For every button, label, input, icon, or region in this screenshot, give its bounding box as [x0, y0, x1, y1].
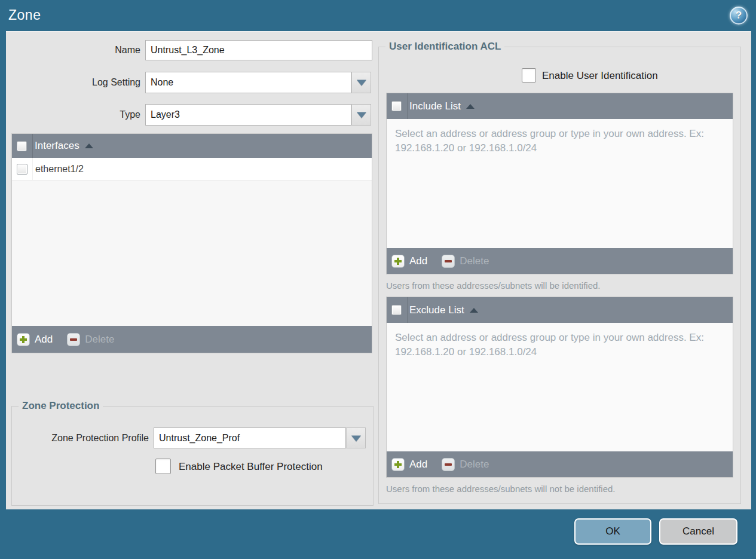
minus-icon — [442, 458, 455, 471]
cancel-button[interactable]: Cancel — [659, 518, 737, 545]
exclude-list-placeholder: Select an address or address group or ty… — [395, 331, 709, 359]
user-identification-acl-legend: User Identification ACL — [385, 41, 504, 53]
interfaces-list-body: ethernet1/2 — [12, 158, 372, 327]
select-all-checkbox[interactable] — [391, 101, 402, 111]
include-list-note: Users from these addresses/subnets will … — [386, 280, 601, 291]
row-checkbox[interactable] — [17, 164, 27, 175]
select-all-checkbox[interactable] — [17, 141, 27, 151]
type-label: Type — [6, 104, 140, 126]
include-list-header-label: Include List — [409, 100, 461, 112]
minus-icon — [67, 333, 80, 346]
delete-exclude-button[interactable]: Delete — [442, 458, 489, 471]
type-input[interactable] — [145, 104, 351, 126]
sort-ascending-icon — [85, 143, 93, 148]
include-list-body: Select an address or address group or ty… — [387, 119, 733, 249]
dialog-titlebar: Zone ? — [0, 0, 756, 31]
zone-protection-profile-input[interactable] — [154, 427, 346, 448]
zone-protection-group: Zone Protection Zone Protection Profile … — [11, 406, 374, 506]
add-exclude-button[interactable]: Add — [391, 458, 427, 471]
include-list-placeholder: Select an address or address group or ty… — [395, 127, 709, 155]
exclude-list-note: Users from these addresses/subnets will … — [386, 484, 616, 494]
name-input[interactable] — [145, 40, 372, 60]
zone-protection-legend: Zone Protection — [19, 400, 103, 412]
type-dropdown-button[interactable] — [351, 104, 371, 126]
zone-protection-profile-label: Zone Protection Profile — [12, 427, 149, 448]
exclude-list-toolbar: Add Delete — [387, 451, 733, 477]
interfaces-header-label: Interfaces — [35, 140, 79, 152]
enable-user-identification-checkbox[interactable] — [522, 68, 536, 83]
user-identification-acl-group: User Identification ACL Enable User Iden… — [378, 47, 741, 504]
sort-ascending-icon — [466, 104, 475, 109]
log-setting-input[interactable] — [145, 72, 351, 93]
zone-protection-profile-dropdown-button[interactable] — [346, 427, 366, 448]
exclude-list-column-header[interactable]: Exclude List — [387, 297, 733, 323]
exclude-list-body: Select an address or address group or ty… — [387, 323, 733, 453]
log-setting-dropdown-button[interactable] — [351, 72, 371, 93]
plus-icon — [17, 333, 30, 346]
plus-icon — [391, 255, 405, 268]
interface-row[interactable]: ethernet1/2 — [12, 158, 372, 181]
include-list-table: Include List Select an address or addres… — [386, 93, 733, 274]
enable-packet-buffer-protection-checkbox[interactable] — [155, 459, 171, 474]
sort-ascending-icon — [470, 308, 478, 313]
exclude-list-table: Exclude List Select an address or addres… — [386, 297, 733, 478]
include-list-column-header[interactable]: Include List — [387, 93, 733, 119]
add-interface-button[interactable]: Add — [17, 333, 53, 346]
select-all-checkbox[interactable] — [391, 305, 402, 315]
chevron-down-icon — [351, 435, 361, 441]
add-include-button[interactable]: Add — [391, 255, 427, 268]
chevron-down-icon — [357, 80, 366, 86]
name-label: Name — [6, 40, 140, 60]
include-list-toolbar: Add Delete — [387, 248, 733, 274]
delete-include-button[interactable]: Delete — [442, 255, 489, 268]
log-setting-label: Log Setting — [6, 72, 140, 93]
minus-icon — [442, 255, 455, 268]
chevron-down-icon — [357, 112, 366, 118]
interfaces-table: Interfaces ethernet1/2 Add Delete — [11, 133, 372, 353]
enable-user-identification-label[interactable]: Enable User Identification — [542, 68, 658, 83]
interfaces-column-header[interactable]: Interfaces — [12, 134, 372, 158]
delete-interface-button[interactable]: Delete — [67, 333, 114, 346]
page-title: Zone — [8, 0, 41, 30]
ok-button[interactable]: OK — [574, 518, 651, 545]
interfaces-toolbar: Add Delete — [12, 326, 372, 353]
plus-icon — [391, 458, 405, 471]
enable-packet-buffer-protection-label[interactable]: Enable Packet Buffer Protection — [179, 459, 323, 475]
exclude-list-header-label: Exclude List — [409, 304, 464, 316]
zone-dialog-body: Name Log Setting Type Interfaces etherne… — [6, 31, 751, 509]
help-icon[interactable]: ? — [730, 7, 748, 25]
interface-name: ethernet1/2 — [35, 164, 84, 175]
